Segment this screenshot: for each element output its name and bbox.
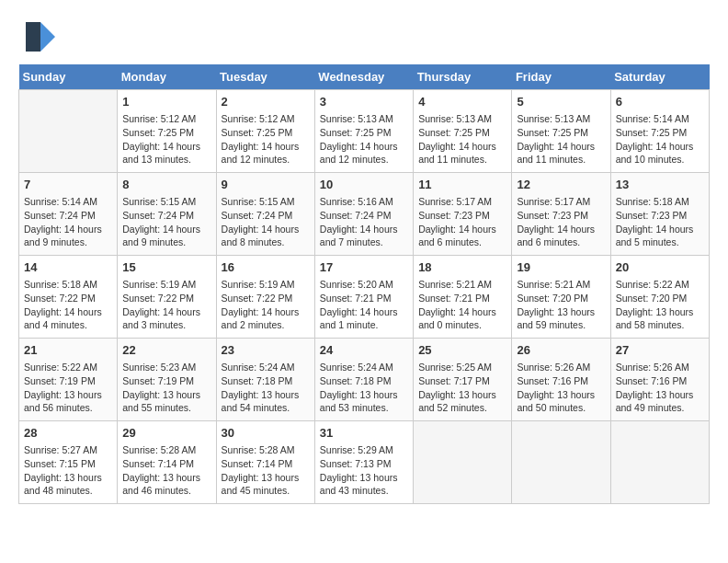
day-number: 23: [222, 342, 310, 359]
day-info: Sunrise: 5:15 AM Sunset: 7:24 PM Dayligh…: [122, 195, 210, 249]
day-number: 17: [320, 259, 408, 276]
calendar-cell: 27Sunrise: 5:26 AM Sunset: 7:16 PM Dayli…: [610, 339, 709, 421]
calendar-cell: 17Sunrise: 5:20 AM Sunset: 7:21 PM Dayli…: [314, 256, 413, 339]
calendar-cell: 29Sunrise: 5:28 AM Sunset: 7:14 PM Dayli…: [118, 421, 216, 504]
calendar-cell: 16Sunrise: 5:19 AM Sunset: 7:22 PM Dayli…: [216, 256, 314, 339]
calendar-cell: 19Sunrise: 5:21 AM Sunset: 7:20 PM Dayli…: [512, 256, 610, 339]
calendar-header: SundayMondayTuesdayWednesdayThursdayFrid…: [19, 64, 710, 90]
day-number: 21: [24, 342, 112, 359]
day-info: Sunrise: 5:22 AM Sunset: 7:19 PM Dayligh…: [24, 361, 112, 415]
day-number: 31: [320, 425, 408, 442]
day-number: 16: [222, 259, 310, 276]
header-cell-thursday: Thursday: [414, 64, 512, 90]
week-row-5: 28Sunrise: 5:27 AM Sunset: 7:15 PM Dayli…: [19, 421, 710, 504]
calendar-cell: 18Sunrise: 5:21 AM Sunset: 7:21 PM Dayli…: [414, 256, 512, 339]
day-number: 19: [517, 259, 605, 276]
calendar-cell: 6Sunrise: 5:14 AM Sunset: 7:25 PM Daylig…: [610, 90, 709, 173]
header-cell-wednesday: Wednesday: [314, 64, 413, 90]
calendar-cell: 26Sunrise: 5:26 AM Sunset: 7:16 PM Dayli…: [512, 339, 610, 421]
calendar-cell: 2Sunrise: 5:12 AM Sunset: 7:25 PM Daylig…: [216, 90, 314, 173]
day-info: Sunrise: 5:22 AM Sunset: 7:20 PM Dayligh…: [616, 278, 704, 332]
day-info: Sunrise: 5:16 AM Sunset: 7:24 PM Dayligh…: [320, 195, 408, 249]
calendar-cell: 8Sunrise: 5:15 AM Sunset: 7:24 PM Daylig…: [118, 173, 216, 256]
calendar-cell: [610, 421, 709, 504]
day-number: 1: [122, 94, 210, 110]
calendar-cell: [414, 421, 512, 504]
day-number: 7: [24, 177, 112, 193]
calendar-cell: [19, 90, 118, 173]
day-info: Sunrise: 5:29 AM Sunset: 7:13 PM Dayligh…: [320, 443, 408, 498]
day-number: 15: [122, 259, 210, 276]
day-info: Sunrise: 5:21 AM Sunset: 7:21 PM Dayligh…: [418, 278, 506, 332]
day-number: 22: [122, 342, 210, 359]
calendar-cell: 28Sunrise: 5:27 AM Sunset: 7:15 PM Dayli…: [19, 421, 118, 504]
day-info: Sunrise: 5:18 AM Sunset: 7:22 PM Dayligh…: [24, 278, 112, 332]
day-number: 25: [418, 342, 506, 359]
calendar-cell: 3Sunrise: 5:13 AM Sunset: 7:25 PM Daylig…: [314, 90, 413, 173]
header-row: SundayMondayTuesdayWednesdayThursdayFrid…: [19, 64, 710, 90]
day-number: 11: [418, 177, 506, 193]
day-number: 3: [320, 94, 408, 110]
day-number: 18: [418, 259, 506, 276]
day-info: Sunrise: 5:19 AM Sunset: 7:22 PM Dayligh…: [222, 278, 310, 332]
day-info: Sunrise: 5:13 AM Sunset: 7:25 PM Dayligh…: [418, 112, 506, 167]
day-info: Sunrise: 5:12 AM Sunset: 7:25 PM Dayligh…: [122, 112, 210, 167]
calendar-cell: 4Sunrise: 5:13 AM Sunset: 7:25 PM Daylig…: [414, 90, 512, 173]
page-header: [18, 18, 710, 55]
week-row-4: 21Sunrise: 5:22 AM Sunset: 7:19 PM Dayli…: [19, 339, 710, 421]
calendar-cell: 22Sunrise: 5:23 AM Sunset: 7:19 PM Dayli…: [118, 339, 216, 421]
logo-icon: [18, 18, 55, 55]
day-number: 28: [24, 425, 112, 442]
day-info: Sunrise: 5:12 AM Sunset: 7:25 PM Dayligh…: [222, 112, 310, 167]
day-info: Sunrise: 5:21 AM Sunset: 7:20 PM Dayligh…: [517, 278, 605, 332]
calendar-cell: 7Sunrise: 5:14 AM Sunset: 7:24 PM Daylig…: [19, 173, 118, 256]
day-number: 27: [616, 342, 704, 359]
header-cell-tuesday: Tuesday: [216, 64, 314, 90]
calendar-cell: 23Sunrise: 5:24 AM Sunset: 7:18 PM Dayli…: [216, 339, 314, 421]
day-info: Sunrise: 5:17 AM Sunset: 7:23 PM Dayligh…: [418, 195, 506, 249]
day-info: Sunrise: 5:19 AM Sunset: 7:22 PM Dayligh…: [122, 278, 210, 332]
calendar-cell: 9Sunrise: 5:15 AM Sunset: 7:24 PM Daylig…: [216, 173, 314, 256]
calendar-cell: [512, 421, 610, 504]
calendar-table: SundayMondayTuesdayWednesdayThursdayFrid…: [18, 64, 710, 504]
day-number: 24: [320, 342, 408, 359]
day-info: Sunrise: 5:26 AM Sunset: 7:16 PM Dayligh…: [616, 361, 704, 415]
calendar-cell: 31Sunrise: 5:29 AM Sunset: 7:13 PM Dayli…: [314, 421, 413, 504]
calendar-cell: 15Sunrise: 5:19 AM Sunset: 7:22 PM Dayli…: [118, 256, 216, 339]
day-number: 30: [222, 425, 310, 442]
calendar-cell: 5Sunrise: 5:13 AM Sunset: 7:25 PM Daylig…: [512, 90, 610, 173]
day-info: Sunrise: 5:24 AM Sunset: 7:18 PM Dayligh…: [320, 361, 408, 415]
header-cell-monday: Monday: [118, 64, 216, 90]
day-info: Sunrise: 5:14 AM Sunset: 7:24 PM Dayligh…: [24, 195, 112, 249]
day-number: 14: [24, 259, 112, 276]
calendar-cell: 12Sunrise: 5:17 AM Sunset: 7:23 PM Dayli…: [512, 173, 610, 256]
day-number: 2: [222, 94, 310, 110]
day-info: Sunrise: 5:28 AM Sunset: 7:14 PM Dayligh…: [222, 443, 310, 498]
calendar-cell: 25Sunrise: 5:25 AM Sunset: 7:17 PM Dayli…: [414, 339, 512, 421]
day-number: 13: [616, 177, 704, 193]
day-info: Sunrise: 5:23 AM Sunset: 7:19 PM Dayligh…: [122, 361, 210, 415]
header-cell-friday: Friday: [512, 64, 610, 90]
day-number: 9: [222, 177, 310, 193]
calendar-cell: 30Sunrise: 5:28 AM Sunset: 7:14 PM Dayli…: [216, 421, 314, 504]
calendar-cell: 24Sunrise: 5:24 AM Sunset: 7:18 PM Dayli…: [314, 339, 413, 421]
day-info: Sunrise: 5:13 AM Sunset: 7:25 PM Dayligh…: [320, 112, 408, 167]
calendar-cell: 14Sunrise: 5:18 AM Sunset: 7:22 PM Dayli…: [19, 256, 118, 339]
calendar-cell: 11Sunrise: 5:17 AM Sunset: 7:23 PM Dayli…: [414, 173, 512, 256]
calendar-cell: 20Sunrise: 5:22 AM Sunset: 7:20 PM Dayli…: [610, 256, 709, 339]
day-number: 6: [616, 94, 704, 110]
day-number: 4: [418, 94, 506, 110]
svg-marker-1: [26, 22, 40, 52]
day-number: 8: [122, 177, 210, 193]
day-info: Sunrise: 5:26 AM Sunset: 7:16 PM Dayligh…: [517, 361, 605, 415]
day-number: 26: [517, 342, 605, 359]
calendar-body: 1Sunrise: 5:12 AM Sunset: 7:25 PM Daylig…: [19, 90, 710, 504]
day-info: Sunrise: 5:18 AM Sunset: 7:23 PM Dayligh…: [616, 195, 704, 249]
day-number: 29: [122, 425, 210, 442]
logo: [18, 18, 59, 55]
calendar-cell: 21Sunrise: 5:22 AM Sunset: 7:19 PM Dayli…: [19, 339, 118, 421]
day-number: 5: [517, 94, 605, 110]
week-row-3: 14Sunrise: 5:18 AM Sunset: 7:22 PM Dayli…: [19, 256, 710, 339]
calendar-cell: 13Sunrise: 5:18 AM Sunset: 7:23 PM Dayli…: [610, 173, 709, 256]
day-info: Sunrise: 5:28 AM Sunset: 7:14 PM Dayligh…: [122, 443, 210, 498]
